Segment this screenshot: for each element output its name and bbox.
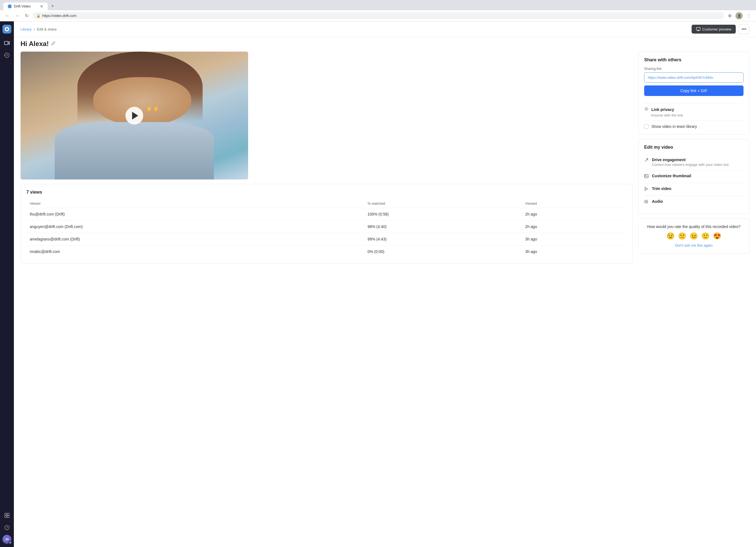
cell-viewer: amelagrano@drift.com (Drift) <box>26 233 364 246</box>
sidebar-item-history[interactable] <box>2 50 12 60</box>
divider-2 <box>644 121 744 121</box>
avatar-badge <box>9 541 12 544</box>
tab-bar: Drift Video ✕ + <box>3 2 753 10</box>
refresh-button[interactable]: ↻ <box>23 12 30 19</box>
top-bar: Library > Edit & share Customer preview … <box>14 21 756 37</box>
edit-item-audio[interactable]: Audio <box>644 196 744 208</box>
sharing-link-label: Sharing link <box>644 67 744 71</box>
rating-emoji-1[interactable]: 😟 <box>666 232 675 240</box>
edit-items-container: Drive engagement Control how viewers eng… <box>644 154 744 208</box>
left-panel: ⚡⚡ 7 views Viewer % watched <box>21 52 633 540</box>
new-tab-button[interactable]: + <box>49 2 56 10</box>
svg-point-13 <box>645 190 646 191</box>
page-title: Hi Alexa! <box>21 40 49 48</box>
title-edit-icon[interactable] <box>51 41 56 47</box>
breadcrumb-separator: > <box>33 27 36 31</box>
sidebar: ? JD <box>0 21 14 547</box>
address-bar: ← → ↻ 🔒 https://video.drift.com ⊕ 👤 ⋮ <box>0 10 756 21</box>
edit-item-title: Drive engagement <box>652 158 744 162</box>
sidebar-logo <box>2 25 11 34</box>
active-tab[interactable]: Drift Video ✕ <box>3 2 48 10</box>
back-button[interactable]: ← <box>3 12 11 19</box>
customer-preview-button[interactable]: Customer preview <box>692 25 736 34</box>
tab-title: Drift Video <box>14 4 31 8</box>
breadcrumb-current: Edit & share <box>37 27 57 31</box>
edit-item-content: Drive engagement Control how viewers eng… <box>652 158 744 167</box>
edit-item-trim-video[interactable]: Trim video <box>644 183 744 196</box>
tab-close-button[interactable]: ✕ <box>40 4 43 9</box>
menu-button[interactable]: ⋮ <box>745 12 753 19</box>
svg-text:?: ? <box>6 526 8 530</box>
tab-favicon <box>8 4 12 8</box>
address-bar-right: ⊕ 👤 ⋮ <box>726 12 753 19</box>
edit-item-customize-thumbnail[interactable]: Customize thumbnail <box>644 170 744 183</box>
top-bar-actions: Customer preview ••• <box>692 24 749 34</box>
svg-rect-9 <box>696 27 700 30</box>
edit-item-content: Customize thumbnail <box>652 174 744 178</box>
cell-watched: 99% (4:43) <box>364 233 522 246</box>
rating-dismiss-link[interactable]: Don't ask me this again <box>675 243 713 248</box>
edit-item-content: Audio <box>652 199 744 204</box>
link-privacy-sub: Anyone with the link <box>651 113 744 117</box>
col-watched: % watched <box>364 199 522 208</box>
play-button[interactable] <box>125 107 143 125</box>
edit-item-icon <box>644 158 649 163</box>
video-player[interactable]: ⚡⚡ <box>21 52 248 180</box>
team-library-row: Show video in team library <box>644 124 744 129</box>
browser-chrome: Drift Video ✕ + ← → ↻ 🔒 https://video.dr… <box>0 0 756 21</box>
url-text: https://video.drift.com <box>42 14 77 18</box>
link-privacy-title: Link privacy <box>651 107 674 112</box>
video-background: ⚡⚡ <box>21 52 248 180</box>
views-table: Viewer % watched Viewed thu@drift.com (D… <box>26 199 627 258</box>
table-row: mrakic@drift.com0% (0:00)3h ago <box>26 246 627 258</box>
svg-rect-10 <box>644 175 648 178</box>
breadcrumb: Library > Edit & share <box>21 27 57 31</box>
table-row: thu@drift.com (Drift)100% (0:58)2h ago <box>26 208 627 221</box>
content-area: ⚡⚡ 7 views Viewer % watched <box>14 52 756 547</box>
sidebar-item-grid[interactable] <box>2 510 12 520</box>
views-card: 7 views Viewer % watched Viewed thu@drif… <box>21 184 633 264</box>
lock-icon: 🔒 <box>36 14 41 18</box>
page-title-row: Hi Alexa! <box>14 37 756 52</box>
col-viewer: Viewer <box>26 199 364 208</box>
main-content: Library > Edit & share Customer preview … <box>14 21 756 547</box>
rating-emoji-5[interactable]: 😍 <box>713 232 721 240</box>
edit-item-drive-engagement[interactable]: Drive engagement Control how viewers eng… <box>644 154 744 170</box>
video-emoji: ⚡⚡ <box>146 105 160 112</box>
copy-link-button[interactable]: Copy link + GIF <box>644 85 744 96</box>
edit-item-title: Audio <box>652 199 744 204</box>
sidebar-item-video[interactable] <box>2 38 12 48</box>
table-row: anguyen@drift.com (Drift.com)98% (4:40)2… <box>26 221 627 233</box>
cell-watched: 98% (4:40) <box>364 221 522 233</box>
rating-emoji-4[interactable]: 🙂 <box>701 232 710 240</box>
profile-avatar[interactable]: 👤 <box>735 12 743 19</box>
rating-emoji-2[interactable]: 🙁 <box>678 232 686 240</box>
cell-viewed: 3h ago <box>522 233 627 246</box>
cell-viewed: 2h ago <box>522 208 627 221</box>
edit-item-title: Customize thumbnail <box>652 174 744 178</box>
sidebar-avatar[interactable]: JD <box>2 535 11 544</box>
rating-emojis: 😟🙁😐🙂😍 <box>644 232 744 240</box>
team-library-checkbox[interactable] <box>644 124 649 129</box>
customer-preview-label: Customer preview <box>702 27 731 31</box>
col-viewed: Viewed <box>522 199 627 208</box>
extensions-button[interactable]: ⊕ <box>726 12 733 19</box>
forward-button[interactable]: → <box>13 12 21 19</box>
play-icon <box>132 112 138 120</box>
svg-rect-5 <box>5 516 7 518</box>
edit-item-title: Trim video <box>652 187 744 191</box>
sharing-link-input[interactable] <box>644 72 744 83</box>
edit-card: Edit my video Drive engagement Control h… <box>638 139 749 214</box>
url-bar[interactable]: 🔒 https://video.drift.com <box>32 12 724 19</box>
sidebar-item-help[interactable]: ? <box>2 523 12 533</box>
edit-item-icon <box>644 174 649 180</box>
avatar-initials: JD <box>5 538 9 541</box>
views-count: 7 views <box>26 190 627 195</box>
cell-viewer: anguyen@drift.com (Drift.com) <box>26 221 364 233</box>
breadcrumb-library[interactable]: Library <box>21 27 32 31</box>
cell-viewer: thu@drift.com (Drift) <box>26 208 364 221</box>
cell-viewed: 2h ago <box>522 221 627 233</box>
rating-emoji-3[interactable]: 😐 <box>690 232 698 240</box>
more-options-button[interactable]: ••• <box>739 24 749 34</box>
svg-rect-4 <box>7 513 9 515</box>
